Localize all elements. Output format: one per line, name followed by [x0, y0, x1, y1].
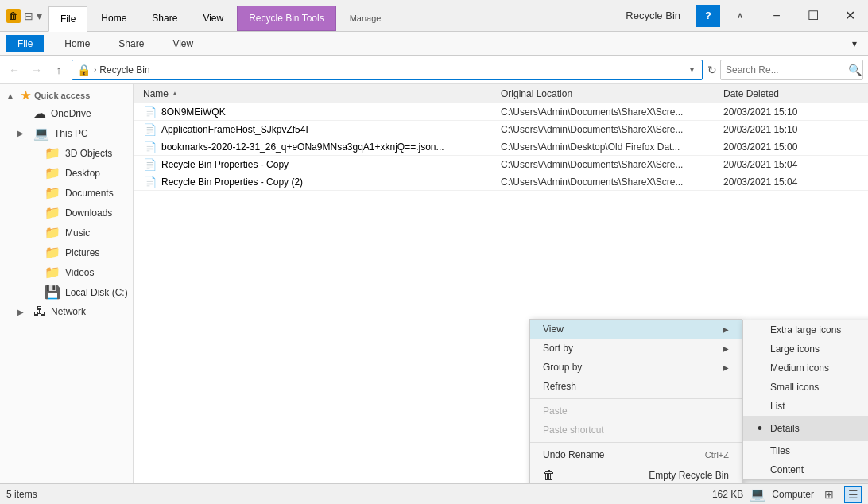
up-button[interactable]: ↑: [49, 60, 68, 79]
file-name-cell: 📄 8ON9MEiWQK: [137, 106, 494, 118]
context-menu: View ▶ Sort by ▶ Group by ▶ Refresh Past…: [529, 319, 742, 483]
search-box[interactable]: 🔍: [720, 60, 863, 80]
col-location-header[interactable]: Original Location: [494, 88, 717, 99]
file-date-cell: 20/03/2021 15:04: [717, 159, 868, 170]
details-view-toggle[interactable]: ⊞: [820, 486, 838, 503]
file-location-cell: C:\Users\Admin\Documents\ShareX\Scre...: [494, 107, 717, 118]
sidebar-item-desktop[interactable]: 📁 Desktop: [0, 163, 133, 183]
file-name-cell: 📄 Recycle Bin Properties - Copy (2): [137, 176, 494, 188]
file-name-cell: 📄 bookmarks-2020-12-31_26_q+eONa9MNsa3gq…: [137, 141, 494, 153]
refresh-button[interactable]: ↻: [707, 64, 717, 76]
sidebar-item-3d-objects[interactable]: 📁 3D Objects: [0, 143, 133, 163]
address-bar-icon: 🔒: [77, 64, 91, 76]
title-bar: 🗑 ⊟ ▾ File Home Share View Recycle Bin T…: [0, 0, 868, 32]
quick-access-toolbar[interactable]: ⊟: [24, 10, 33, 22]
ctx-view[interactable]: View ▶: [530, 320, 742, 339]
ctx-undo[interactable]: Undo Rename Ctrl+Z: [530, 445, 742, 464]
ctx-group-by[interactable]: Group by ▶: [530, 358, 742, 377]
sidebar-item-videos[interactable]: 📁 Videos: [0, 262, 133, 282]
tab-file[interactable]: File: [48, 6, 87, 32]
sidebar-quick-access[interactable]: ▲ ★ Quick access: [0, 84, 133, 103]
file-row[interactable]: 📄 Recycle Bin Properties - Copy C:\Users…: [134, 156, 868, 173]
address-bar: ← → ↑ 🔒 › Recycle Bin ▾ ↻ 🔍: [0, 56, 868, 84]
tab-home[interactable]: Home: [89, 6, 138, 31]
tab-view[interactable]: View: [191, 6, 235, 31]
sidebar-item-documents[interactable]: 📁 Documents: [0, 183, 133, 203]
ctx-refresh[interactable]: Refresh: [530, 377, 742, 396]
minimize-button[interactable]: −: [758, 0, 795, 32]
sidebar-item-pictures[interactable]: 📁 Pictures: [0, 242, 133, 262]
back-button[interactable]: ←: [5, 60, 24, 79]
ctx-sort-by[interactable]: Sort by ▶: [530, 339, 742, 358]
this-pc-icon: 💻: [33, 126, 49, 141]
collapse-ribbon[interactable]: ∧: [722, 0, 758, 32]
status-bar: 5 items 162 KB 💻 Computer ⊞ ☰: [0, 483, 868, 504]
quick-access-star-icon: ★: [21, 89, 31, 102]
sidebar-item-music[interactable]: 📁 Music: [0, 223, 133, 242]
file-icon: 📄: [143, 176, 157, 188]
file-button[interactable]: File: [6, 35, 44, 52]
search-icon[interactable]: 🔍: [848, 64, 862, 76]
ribbon-expand[interactable]: ▾: [847, 37, 862, 51]
music-icon: 📁: [45, 225, 60, 240]
tab-share[interactable]: Share: [140, 6, 189, 31]
file-row[interactable]: 📄 bookmarks-2020-12-31_26_q+eONa9MNsa3gq…: [134, 138, 868, 156]
sub-tiles[interactable]: Tiles: [743, 441, 868, 460]
close-button[interactable]: ✕: [831, 0, 868, 32]
quick-access-toggle[interactable]: ▲: [6, 91, 17, 100]
sub-small-icons[interactable]: Small icons: [743, 378, 868, 397]
sidebar-item-onedrive[interactable]: ☁ OneDrive: [0, 103, 133, 123]
maximize-button[interactable]: ☐: [795, 0, 831, 32]
sub-list[interactable]: List: [743, 397, 868, 416]
file-location-cell: C:\Users\Admin\Documents\ShareX\Scre...: [494, 159, 717, 170]
ctx-separator-2: [530, 442, 742, 443]
desktop-icon: 📁: [45, 165, 60, 180]
ribbon-home[interactable]: Home: [56, 35, 98, 52]
onedrive-icon: ☁: [33, 106, 46, 121]
sub-extra-large-icons[interactable]: Extra large icons: [743, 320, 868, 339]
recycle-bin-icon: 🗑: [543, 468, 556, 483]
file-name-cell: 📄 Recycle Bin Properties - Copy: [137, 158, 494, 171]
customize-toolbar[interactable]: ▾: [37, 10, 42, 22]
file-date-cell: 20/03/2021 15:10: [717, 107, 868, 118]
main-area: ▲ ★ Quick access ☁ OneDrive ▶ 💻 This PC …: [0, 84, 868, 483]
help-button[interactable]: ?: [696, 5, 720, 27]
list-view-toggle[interactable]: ☰: [844, 486, 862, 503]
col-name-header[interactable]: Name ▲: [137, 88, 494, 99]
file-row[interactable]: 📄 ApplicationFrameHost_SJkpvZf54I C:\Use…: [134, 121, 868, 138]
address-box[interactable]: 🔒 › Recycle Bin ▾: [72, 60, 703, 80]
tab-recycle-bin-tools[interactable]: Recycle Bin Tools: [237, 6, 336, 31]
file-row[interactable]: 📄 8ON9MEiWQK C:\Users\Admin\Documents\Sh…: [134, 103, 868, 121]
file-name-cell: 📄 ApplicationFrameHost_SJkpvZf54I: [137, 123, 494, 136]
file-row[interactable]: 📄 Recycle Bin Properties - Copy (2) C:\U…: [134, 173, 868, 191]
search-input[interactable]: [726, 64, 845, 76]
ctx-separator: [530, 398, 742, 399]
ribbon-share[interactable]: Share: [110, 35, 152, 52]
ctx-empty-recycle-bin[interactable]: 🗑 Empty Recycle Bin: [530, 464, 742, 483]
file-location-cell: C:\Users\Admin\Documents\ShareX\Scre...: [494, 176, 717, 188]
file-size: 162 KB: [712, 489, 743, 500]
sub-medium-icons[interactable]: Medium icons: [743, 359, 868, 378]
file-area: Name ▲ Original Location Date Deleted 📄 …: [134, 84, 868, 483]
app-icon: 🗑: [6, 9, 21, 23]
ribbon-view[interactable]: View: [165, 35, 201, 52]
this-pc-toggle[interactable]: ▶: [17, 129, 29, 138]
forward-button[interactable]: →: [27, 60, 46, 79]
tab-manage[interactable]: Manage: [338, 6, 393, 31]
computer-icon: 💻: [750, 487, 765, 502]
sub-large-icons[interactable]: Large icons: [743, 339, 868, 359]
network-toggle[interactable]: ▶: [17, 308, 29, 316]
sidebar-item-network[interactable]: ▶ 🖧 Network: [0, 302, 133, 321]
file-date-cell: 20/03/2021 15:00: [717, 142, 868, 153]
address-text: Recycle Bin: [99, 64, 684, 76]
sub-content[interactable]: Content: [743, 460, 868, 479]
col-date-header[interactable]: Date Deleted: [717, 88, 868, 99]
sub-details[interactable]: • Details ↖: [743, 416, 868, 441]
sidebar-item-downloads[interactable]: 📁 Downloads: [0, 203, 133, 223]
file-location-cell: C:\Users\Admin\Documents\ShareX\Scre...: [494, 124, 717, 135]
sidebar-item-local-disk[interactable]: 💾 Local Disk (C:): [0, 282, 133, 302]
sidebar-item-this-pc[interactable]: ▶ 💻 This PC: [0, 123, 133, 143]
downloads-icon: 📁: [45, 205, 60, 220]
status-right: 162 KB 💻 Computer ⊞ ☰: [712, 486, 862, 503]
address-dropdown[interactable]: ▾: [687, 65, 697, 74]
